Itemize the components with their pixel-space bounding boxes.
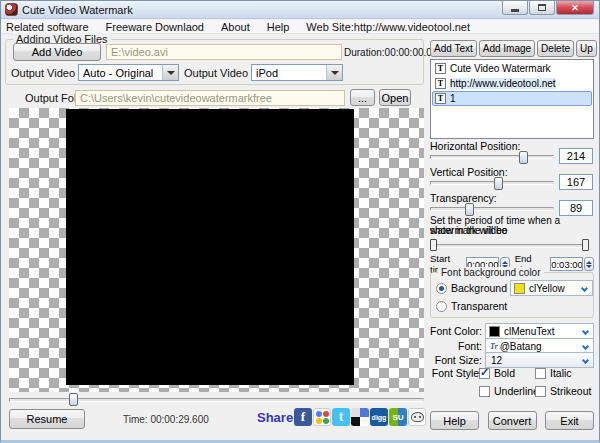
seek-thumb[interactable] — [69, 393, 78, 406]
vertical-position-value[interactable] — [559, 174, 593, 190]
help-button[interactable]: Help — [430, 411, 479, 430]
menu-freeware-download[interactable]: Freeware Downlaod — [106, 21, 204, 33]
output-size-select[interactable]: Auto - Original — [78, 64, 179, 81]
bold-option[interactable]: ✓ Bold — [479, 367, 515, 379]
check-icon: ✓ — [480, 366, 489, 379]
underline-checkbox[interactable] — [479, 386, 490, 397]
google-glyph — [316, 411, 329, 424]
maximize-button[interactable] — [529, 1, 555, 15]
facebook-icon[interactable]: f — [294, 408, 312, 426]
watermark-panel: Add Text Add Image Delete Up Down T Cute… — [430, 37, 594, 442]
video-path-field[interactable] — [106, 44, 342, 60]
digg-glyph: digg — [372, 414, 387, 421]
menu-related-software[interactable]: Related software — [6, 21, 89, 33]
seek-slider[interactable] — [9, 394, 424, 406]
menu-help[interactable]: Help — [267, 21, 290, 33]
open-folder-button[interactable]: Open — [379, 89, 411, 106]
vertical-position-track[interactable] — [430, 181, 554, 185]
preview-area — [9, 108, 424, 392]
delicious-icon[interactable] — [351, 408, 369, 426]
strikeout-option[interactable]: Strikeout — [535, 385, 591, 397]
menu-about[interactable]: About — [221, 21, 250, 33]
list-item[interactable]: T http://www.videotool.net — [432, 76, 592, 91]
italic-checkbox[interactable] — [535, 368, 546, 379]
strikeout-checkbox[interactable] — [535, 386, 546, 397]
spin-up-icon — [586, 261, 592, 264]
font-color-select[interactable]: clMenuText — [485, 323, 594, 339]
font-name-label: Font: — [430, 340, 482, 352]
exit-button[interactable]: Exit — [545, 411, 594, 430]
italic-option[interactable]: Italic — [535, 367, 572, 379]
transparent-option[interactable]: Transparent — [436, 300, 507, 312]
bold-checkbox[interactable]: ✓ — [479, 368, 490, 379]
delete-button[interactable]: Delete — [537, 40, 574, 57]
output-format-dropdown-button[interactable] — [326, 65, 342, 80]
browse-folder-button[interactable]: ... — [350, 89, 375, 106]
output-format-value: iPod — [252, 67, 326, 79]
digg-icon[interactable]: digg — [370, 408, 388, 426]
stumbleupon-icon[interactable]: SU — [389, 408, 407, 426]
vertical-position-thumb[interactable] — [494, 177, 503, 190]
transparency-label: Transparency: — [430, 192, 497, 204]
font-size-select[interactable]: 12 — [485, 352, 594, 368]
app-window: Cute Video Watermark ✕ Related software … — [0, 0, 600, 443]
text-watermark-icon: T — [435, 63, 446, 74]
chevron-down-icon — [582, 327, 589, 334]
strikeout-label: Strikeout — [550, 385, 591, 397]
period-range-slider[interactable] — [430, 239, 590, 253]
watermark-list[interactable]: T Cute Video Watermark T http://www.vide… — [430, 59, 594, 139]
font-size-value: 12 — [486, 355, 583, 366]
background-color-select[interactable]: clYellow — [510, 280, 593, 296]
font-color-value: clMenuText — [504, 326, 583, 337]
add-text-button[interactable]: Add Text — [430, 40, 477, 57]
end-time-spinner[interactable] — [584, 257, 594, 271]
list-item-label: http://www.videotool.net — [450, 78, 556, 89]
period-start-thumb[interactable] — [430, 239, 437, 251]
output-format-select[interactable]: iPod — [251, 64, 343, 81]
minimize-button[interactable] — [502, 1, 528, 15]
video-frame — [66, 109, 354, 385]
font-name-value: @Batang — [500, 341, 583, 352]
menu-website[interactable]: Web Site:http://www.videotool.net — [306, 21, 470, 33]
background-color-value: clYellow — [529, 283, 582, 294]
google-icon[interactable] — [313, 408, 331, 426]
title-bar[interactable]: Cute Video Watermark ✕ — [1, 1, 599, 19]
background-color-swatch — [514, 283, 525, 294]
chevron-down-icon — [582, 342, 589, 349]
dropdown-arrow-icon — [167, 71, 175, 75]
transparency-value[interactable] — [559, 200, 593, 216]
horizontal-position-track[interactable] — [430, 155, 554, 159]
add-video-button[interactable]: Add Video — [13, 43, 101, 61]
add-image-button[interactable]: Add Image — [479, 40, 535, 57]
share-icon-row: f t digg SU — [294, 408, 426, 426]
horizontal-position-thumb[interactable] — [519, 151, 528, 164]
transparent-radio[interactable] — [436, 301, 447, 312]
reddit-icon[interactable] — [408, 408, 426, 426]
font-background-group: Font background color Background color c… — [430, 272, 594, 318]
output-size-dropdown-button[interactable] — [162, 65, 178, 80]
output-folder-field[interactable] — [75, 90, 345, 106]
period-range-track[interactable] — [430, 244, 589, 248]
watermark-button-row: Add Text Add Image Delete Up Down — [430, 40, 594, 57]
twitter-icon[interactable]: t — [332, 408, 350, 426]
horizontal-position-value[interactable] — [559, 148, 593, 164]
action-button-row: Help Convert Exit — [430, 411, 594, 430]
background-color-radio[interactable] — [436, 283, 447, 294]
playback-time-label: Time: 00:00:29.600 — [123, 414, 209, 425]
period-end-thumb[interactable] — [582, 239, 589, 251]
underline-option[interactable]: Underline — [479, 385, 539, 397]
convert-button[interactable]: Convert — [488, 411, 537, 430]
transparency-track[interactable] — [430, 207, 554, 211]
reddit-alien-glyph — [411, 412, 424, 422]
list-item[interactable]: T Cute Video Watermark — [432, 61, 592, 76]
maximize-icon — [538, 4, 546, 11]
bold-label: Bold — [494, 367, 515, 379]
up-button[interactable]: Up — [576, 40, 597, 57]
truetype-icon: Tr — [490, 342, 498, 351]
chevron-down-icon — [582, 356, 589, 363]
text-watermark-icon: T — [435, 78, 446, 89]
list-item-selected[interactable]: T 1 — [432, 91, 592, 106]
resume-button[interactable]: Resume — [9, 409, 85, 429]
end-time-field[interactable] — [550, 257, 583, 271]
close-button[interactable]: ✕ — [556, 1, 594, 15]
